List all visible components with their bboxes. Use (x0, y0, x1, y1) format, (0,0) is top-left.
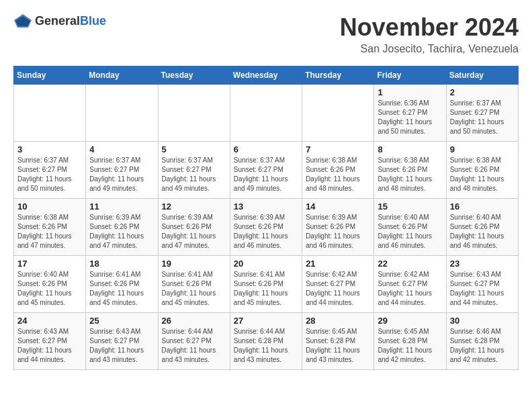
table-row: 13Sunrise: 6:39 AM Sunset: 6:26 PM Dayli… (230, 199, 302, 256)
day-number: 11 (89, 201, 154, 212)
day-number: 24 (17, 316, 82, 326)
day-info: Sunrise: 6:40 AM Sunset: 6:26 PM Dayligh… (450, 213, 515, 250)
day-number: 2 (450, 87, 515, 97)
header: GeneralBlue November 2024 San Josecito, … (13, 13, 519, 55)
table-row: 8Sunrise: 6:38 AM Sunset: 6:26 PM Daylig… (374, 142, 446, 199)
day-info: Sunrise: 6:36 AM Sunset: 6:27 PM Dayligh… (378, 99, 442, 136)
day-info: Sunrise: 6:37 AM Sunset: 6:27 PM Dayligh… (17, 156, 82, 193)
day-number: 12 (162, 201, 226, 212)
table-row: 16Sunrise: 6:40 AM Sunset: 6:26 PM Dayli… (446, 199, 518, 256)
col-friday: Friday (374, 66, 446, 85)
day-info: Sunrise: 6:39 AM Sunset: 6:26 PM Dayligh… (162, 213, 226, 250)
day-number: 26 (162, 316, 226, 326)
table-row: 18Sunrise: 6:41 AM Sunset: 6:26 PM Dayli… (86, 256, 158, 313)
day-info: Sunrise: 6:44 AM Sunset: 6:27 PM Dayligh… (162, 327, 226, 365)
table-row (302, 85, 374, 142)
table-row: 27Sunrise: 6:44 AM Sunset: 6:28 PM Dayli… (230, 313, 302, 370)
logo: GeneralBlue (13, 13, 106, 28)
day-info: Sunrise: 6:37 AM Sunset: 6:27 PM Dayligh… (450, 99, 515, 136)
table-row: 26Sunrise: 6:44 AM Sunset: 6:27 PM Dayli… (158, 313, 230, 370)
day-number: 5 (162, 144, 226, 154)
day-number: 29 (378, 316, 442, 326)
day-number: 7 (306, 144, 370, 154)
month-title: November 2024 (340, 13, 519, 42)
day-info: Sunrise: 6:45 AM Sunset: 6:28 PM Dayligh… (378, 327, 442, 365)
day-number: 10 (17, 201, 82, 212)
col-saturday: Saturday (446, 66, 518, 85)
day-number: 30 (450, 316, 515, 326)
table-row: 14Sunrise: 6:39 AM Sunset: 6:26 PM Dayli… (302, 199, 374, 256)
day-number: 14 (306, 201, 370, 212)
table-row: 30Sunrise: 6:46 AM Sunset: 6:28 PM Dayli… (446, 313, 518, 370)
table-row (158, 85, 230, 142)
subtitle: San Josecito, Tachira, Venezuela (340, 43, 519, 55)
day-info: Sunrise: 6:43 AM Sunset: 6:27 PM Dayligh… (17, 327, 82, 365)
table-row: 23Sunrise: 6:43 AM Sunset: 6:27 PM Dayli… (446, 256, 518, 313)
day-info: Sunrise: 6:38 AM Sunset: 6:26 PM Dayligh… (378, 156, 442, 193)
logo-general: GeneralBlue (35, 14, 106, 28)
table-row: 24Sunrise: 6:43 AM Sunset: 6:27 PM Dayli… (14, 313, 86, 370)
logo-icon (13, 13, 32, 28)
calendar-week-row: 24Sunrise: 6:43 AM Sunset: 6:27 PM Dayli… (14, 313, 519, 370)
table-row (14, 85, 86, 142)
day-info: Sunrise: 6:37 AM Sunset: 6:27 PM Dayligh… (162, 156, 226, 193)
table-row: 25Sunrise: 6:43 AM Sunset: 6:27 PM Dayli… (86, 313, 158, 370)
day-number: 18 (89, 259, 154, 269)
day-number: 4 (89, 144, 154, 154)
day-info: Sunrise: 6:38 AM Sunset: 6:26 PM Dayligh… (306, 156, 370, 193)
day-info: Sunrise: 6:40 AM Sunset: 6:26 PM Dayligh… (378, 213, 442, 250)
day-info: Sunrise: 6:41 AM Sunset: 6:26 PM Dayligh… (162, 270, 226, 308)
day-info: Sunrise: 6:41 AM Sunset: 6:26 PM Dayligh… (234, 270, 298, 308)
day-info: Sunrise: 6:45 AM Sunset: 6:28 PM Dayligh… (306, 327, 370, 365)
day-number: 22 (378, 259, 442, 269)
table-row: 7Sunrise: 6:38 AM Sunset: 6:26 PM Daylig… (302, 142, 374, 199)
day-number: 9 (450, 144, 515, 154)
day-number: 27 (234, 316, 298, 326)
calendar-table: Sunday Monday Tuesday Wednesday Thursday… (13, 66, 519, 370)
day-number: 28 (306, 316, 370, 326)
title-area: November 2024 San Josecito, Tachira, Ven… (340, 13, 519, 55)
day-info: Sunrise: 6:40 AM Sunset: 6:26 PM Dayligh… (17, 270, 82, 308)
col-sunday: Sunday (14, 66, 86, 85)
calendar-week-row: 10Sunrise: 6:38 AM Sunset: 6:26 PM Dayli… (14, 199, 519, 256)
table-row: 17Sunrise: 6:40 AM Sunset: 6:26 PM Dayli… (14, 256, 86, 313)
table-row: 12Sunrise: 6:39 AM Sunset: 6:26 PM Dayli… (158, 199, 230, 256)
table-row: 21Sunrise: 6:42 AM Sunset: 6:27 PM Dayli… (302, 256, 374, 313)
table-row: 3Sunrise: 6:37 AM Sunset: 6:27 PM Daylig… (14, 142, 86, 199)
day-number: 20 (234, 259, 298, 269)
day-info: Sunrise: 6:43 AM Sunset: 6:27 PM Dayligh… (450, 270, 515, 308)
day-number: 3 (17, 144, 82, 154)
table-row: 28Sunrise: 6:45 AM Sunset: 6:28 PM Dayli… (302, 313, 374, 370)
table-row: 5Sunrise: 6:37 AM Sunset: 6:27 PM Daylig… (158, 142, 230, 199)
table-row: 15Sunrise: 6:40 AM Sunset: 6:26 PM Dayli… (374, 199, 446, 256)
calendar-week-row: 1Sunrise: 6:36 AM Sunset: 6:27 PM Daylig… (14, 85, 519, 142)
calendar-header-row: Sunday Monday Tuesday Wednesday Thursday… (14, 66, 519, 85)
table-row: 19Sunrise: 6:41 AM Sunset: 6:26 PM Dayli… (158, 256, 230, 313)
day-number: 1 (378, 87, 442, 97)
day-info: Sunrise: 6:39 AM Sunset: 6:26 PM Dayligh… (234, 213, 298, 250)
col-wednesday: Wednesday (230, 66, 302, 85)
table-row: 1Sunrise: 6:36 AM Sunset: 6:27 PM Daylig… (374, 85, 446, 142)
day-info: Sunrise: 6:41 AM Sunset: 6:26 PM Dayligh… (89, 270, 154, 308)
table-row: 22Sunrise: 6:42 AM Sunset: 6:27 PM Dayli… (374, 256, 446, 313)
calendar-week-row: 3Sunrise: 6:37 AM Sunset: 6:27 PM Daylig… (14, 142, 519, 199)
day-info: Sunrise: 6:42 AM Sunset: 6:27 PM Dayligh… (378, 270, 442, 308)
table-row: 9Sunrise: 6:38 AM Sunset: 6:26 PM Daylig… (446, 142, 518, 199)
day-info: Sunrise: 6:44 AM Sunset: 6:28 PM Dayligh… (234, 327, 298, 365)
col-thursday: Thursday (302, 66, 374, 85)
day-info: Sunrise: 6:38 AM Sunset: 6:26 PM Dayligh… (450, 156, 515, 193)
table-row: 10Sunrise: 6:38 AM Sunset: 6:26 PM Dayli… (14, 199, 86, 256)
table-row: 20Sunrise: 6:41 AM Sunset: 6:26 PM Dayli… (230, 256, 302, 313)
day-number: 15 (378, 201, 442, 212)
col-monday: Monday (86, 66, 158, 85)
table-row: 4Sunrise: 6:37 AM Sunset: 6:27 PM Daylig… (86, 142, 158, 199)
day-number: 21 (306, 259, 370, 269)
day-info: Sunrise: 6:39 AM Sunset: 6:26 PM Dayligh… (89, 213, 154, 250)
day-number: 23 (450, 259, 515, 269)
table-row: 6Sunrise: 6:37 AM Sunset: 6:27 PM Daylig… (230, 142, 302, 199)
table-row: 2Sunrise: 6:37 AM Sunset: 6:27 PM Daylig… (446, 85, 518, 142)
day-info: Sunrise: 6:37 AM Sunset: 6:27 PM Dayligh… (89, 156, 154, 193)
day-info: Sunrise: 6:39 AM Sunset: 6:26 PM Dayligh… (306, 213, 370, 250)
table-row: 29Sunrise: 6:45 AM Sunset: 6:28 PM Dayli… (374, 313, 446, 370)
day-number: 13 (234, 201, 298, 212)
